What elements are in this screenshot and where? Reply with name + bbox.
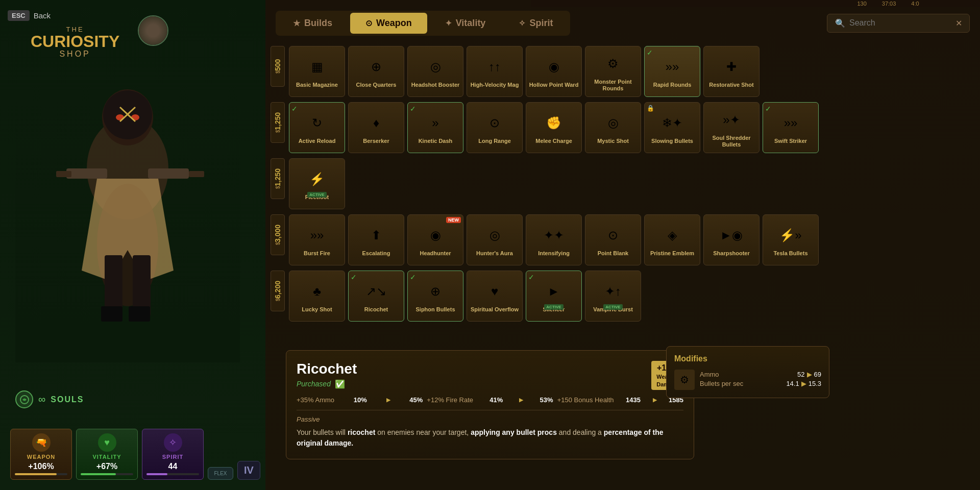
purchased-label: Purchased bbox=[297, 380, 331, 388]
item-icon-basic-magazine: ▦ bbox=[304, 54, 330, 80]
item-icon-intensifying: ✦✦ bbox=[541, 223, 567, 248]
item-name-siphon-bullets: Siphon Bullets bbox=[416, 306, 455, 313]
item-card-spiritual-overflow[interactable]: ♥Spiritual Overflow bbox=[467, 271, 523, 322]
item-card-swift-striker[interactable]: ✓»»Swift Striker bbox=[763, 102, 819, 153]
item-card-ricochet[interactable]: ✓↗↘Ricochet bbox=[348, 271, 404, 322]
shop-logo: THE CURIOSITY SHOP bbox=[31, 26, 119, 59]
item-card-rapid-rounds[interactable]: ✓»»Rapid Rounds bbox=[644, 46, 700, 97]
nav-tabs: ★ Builds ⊙ Weapon ✦ Vitality ✧ Spirit bbox=[276, 11, 570, 36]
item-name-rapid-rounds: Rapid Rounds bbox=[653, 82, 692, 88]
tab-vitality-label: Vitality bbox=[456, 18, 486, 29]
search-clear-icon[interactable]: ✕ bbox=[955, 18, 962, 28]
back-label[interactable]: Back bbox=[34, 11, 51, 20]
item-card-siphon-bullets[interactable]: ✓⊕Siphon Bullets bbox=[407, 271, 463, 322]
item-card-long-range[interactable]: ⊙Long Range bbox=[467, 102, 523, 153]
item-card-burst-fire[interactable]: »»Burst Fire bbox=[289, 214, 345, 265]
price-label-2: $1,250 bbox=[271, 158, 285, 199]
item-card-berserker[interactable]: ♦Berserker bbox=[348, 102, 404, 153]
item-icon-berserker: ♦ bbox=[363, 110, 389, 136]
item-icon-kinetic-dash: » bbox=[423, 110, 448, 136]
character-svg bbox=[15, 66, 240, 362]
item-card-hunters-aura[interactable]: ◎Hunter's Aura bbox=[467, 214, 523, 265]
popup-title: Ricochet bbox=[297, 361, 357, 377]
stat-arrow-icon-2: ▶ bbox=[519, 397, 523, 403]
iv-value: IV bbox=[243, 464, 255, 476]
modifies-ammo-nums: 52▶69 bbox=[797, 371, 821, 378]
modifies-item: ⚙ Ammo 52▶69 Bullets per sec 14.1▶15.3 bbox=[674, 370, 821, 390]
tab-builds-label: Builds bbox=[304, 18, 332, 29]
character-figure bbox=[15, 66, 240, 362]
vitality-icon: ✦ bbox=[445, 18, 452, 28]
item-card-slowing-bullets[interactable]: 🔒❄✦Slowing Bullets bbox=[644, 102, 700, 153]
item-card-headhunter[interactable]: NEW◉Headhunter bbox=[407, 214, 463, 265]
tab-builds[interactable]: ★ Builds bbox=[278, 13, 348, 34]
item-icon-lucky-shot: ♣ bbox=[304, 279, 330, 304]
character-avatar bbox=[138, 15, 168, 46]
item-card-fleetfoot[interactable]: ACTIVE⚡Fleetfoot bbox=[289, 158, 345, 209]
shop-panel: 130 37:03 4:0 ★ Builds ⊙ Weapon ✦ Vitali… bbox=[265, 0, 980, 490]
item-card-soul-shredder-bullets[interactable]: »✦Soul Shredder Bullets bbox=[703, 102, 760, 153]
item-check-icon: ✓ bbox=[351, 273, 357, 281]
item-card-point-blank[interactable]: ⊙Point Blank bbox=[585, 214, 641, 265]
item-name-close-quarters: Close Quarters bbox=[356, 82, 397, 88]
item-name-lucky-shot: Lucky Shot bbox=[302, 306, 332, 313]
search-icon: 🔍 bbox=[835, 18, 845, 28]
item-card-close-quarters[interactable]: ⊕Close Quarters bbox=[348, 46, 404, 97]
item-check-icon: ✓ bbox=[647, 48, 653, 57]
item-name-berserker: Berserker bbox=[363, 138, 389, 144]
tab-spirit-label: Spirit bbox=[529, 18, 553, 29]
item-icon-spiritual-overflow: ♥ bbox=[482, 279, 507, 304]
search-box[interactable]: 🔍 ✕ bbox=[827, 14, 970, 33]
item-card-restorative-shot[interactable]: ✚Restorative Shot bbox=[703, 46, 760, 97]
item-icon-silencer: ► bbox=[541, 279, 567, 304]
item-card-basic-magazine[interactable]: ▦Basic Magazine bbox=[289, 46, 345, 97]
weapon-stat-bar bbox=[15, 473, 67, 475]
tab-vitality[interactable]: ✦ Vitality bbox=[430, 13, 501, 34]
item-card-headshot-booster[interactable]: ◎Headshot Booster bbox=[407, 46, 463, 97]
tab-weapon[interactable]: ⊙ Weapon bbox=[350, 13, 427, 34]
item-card-vampiric-burst[interactable]: ACTIVE✦↑Vampiric Burst bbox=[585, 271, 641, 322]
new-badge: NEW bbox=[446, 217, 461, 223]
item-card-melee-charge[interactable]: ✊Melee Charge bbox=[526, 102, 582, 153]
item-icon-mystic-shot: ◎ bbox=[600, 110, 626, 136]
items-row-3: »»Burst Fire⬆EscalatingNEW◉Headhunter◎Hu… bbox=[289, 214, 975, 265]
item-name-melee-charge: Melee Charge bbox=[535, 138, 572, 144]
item-card-mystic-shot[interactable]: ◎Mystic Shot bbox=[585, 102, 641, 153]
spirit-bar-fill bbox=[146, 473, 167, 475]
item-icon-point-blank: ⊙ bbox=[600, 223, 626, 248]
item-card-pristine-emblem[interactable]: ◈Pristine Emblem bbox=[644, 214, 700, 265]
item-card-lucky-shot[interactable]: ♣Lucky Shot bbox=[289, 271, 345, 322]
item-card-sharpshooter[interactable]: ►◉Sharpshooter bbox=[703, 214, 760, 265]
item-name-pristine-emblem: Pristine Emblem bbox=[650, 250, 694, 257]
item-card-active-reload[interactable]: ✓↻Active Reload bbox=[289, 102, 345, 153]
stat-health-label: +150 Bonus Health bbox=[557, 396, 614, 404]
active-badge: ACTIVE bbox=[544, 304, 563, 310]
item-name-escalating: Escalating bbox=[362, 250, 390, 257]
modifies-ammo-label: Ammo bbox=[700, 371, 719, 378]
spirit-stat-icon: ✧ bbox=[164, 433, 182, 452]
tab-spirit[interactable]: ✧ Spirit bbox=[503, 13, 568, 34]
stat-health-from: 1435 bbox=[626, 396, 641, 404]
popup-description: Your bullets will ricochet on enemies ne… bbox=[297, 427, 683, 449]
svg-rect-9 bbox=[56, 171, 71, 177]
search-input[interactable] bbox=[849, 18, 951, 28]
item-card-silencer[interactable]: ✓ACTIVE►Silencer bbox=[526, 271, 582, 322]
item-card-kinetic-dash[interactable]: ✓»Kinetic Dash bbox=[407, 102, 463, 153]
esc-key[interactable]: ESC bbox=[8, 10, 30, 21]
item-card-hollow-point-ward[interactable]: ◉Hollow Point Ward bbox=[526, 46, 582, 97]
item-card-escalating[interactable]: ⬆Escalating bbox=[348, 214, 404, 265]
item-icon-soul-shredder-bullets: »✦ bbox=[719, 107, 744, 133]
builds-icon: ★ bbox=[293, 18, 300, 28]
stat-arrow-icon-3: ▶ bbox=[653, 397, 657, 403]
item-card-intensifying[interactable]: ✦✦Intensifying bbox=[526, 214, 582, 265]
modifies-ammo-row: Ammo 52▶69 bbox=[700, 371, 821, 378]
item-card-high-velocity-mag[interactable]: ↑↑High-Velocity Mag bbox=[467, 46, 523, 97]
popup-stats-grid: +35% Ammo 10% ▶ 45% +12% Fire Rate 41% ▶… bbox=[297, 396, 683, 404]
stat-row-health: +150 Bonus Health 1435 ▶ 1585 bbox=[557, 396, 683, 404]
esc-back-nav[interactable]: ESC Back bbox=[8, 10, 51, 21]
popup-title-section: Ricochet Purchased ✅ bbox=[297, 361, 357, 389]
item-card-tesla-bullets[interactable]: ⚡»Tesla Bullets bbox=[763, 214, 819, 265]
item-card-monster-point-rounds[interactable]: ⚙Monster Point Rounds bbox=[585, 46, 641, 97]
active-badge: ACTIVE bbox=[307, 192, 326, 198]
item-icon-high-velocity-mag: ↑↑ bbox=[482, 54, 507, 80]
